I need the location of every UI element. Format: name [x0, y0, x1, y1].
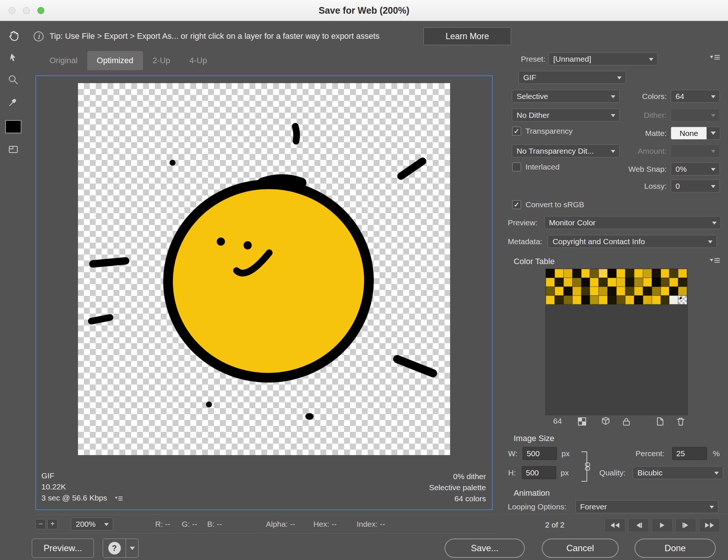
- default-browser-button[interactable]: ?: [103, 539, 126, 557]
- new-color-icon[interactable]: [655, 417, 665, 426]
- panel-menu-icon[interactable]: [710, 54, 720, 61]
- hand-tool-icon[interactable]: [7, 29, 20, 42]
- close-window-button[interactable]: [8, 7, 16, 14]
- color-swatch-23[interactable]: [599, 278, 608, 287]
- tab-optimized[interactable]: Optimized: [87, 51, 143, 70]
- color-swatch-31[interactable]: [669, 278, 678, 287]
- color-swatch-3[interactable]: [564, 269, 572, 278]
- matte-select[interactable]: None: [671, 127, 720, 140]
- lock-color-icon[interactable]: [622, 417, 631, 426]
- color-swatch-19[interactable]: [564, 278, 572, 287]
- color-swatch-12[interactable]: [643, 269, 652, 278]
- image-canvas[interactable]: [78, 83, 450, 455]
- transparency-dither-select[interactable]: No Transparency Dit...: [512, 144, 620, 157]
- color-swatch-15[interactable]: [669, 269, 678, 278]
- tab-2-up[interactable]: 2-Up: [143, 51, 180, 70]
- status-menu-icon[interactable]: [115, 493, 123, 504]
- color-swatch-50[interactable]: [555, 296, 564, 304]
- learn-more-button[interactable]: Learn More: [423, 27, 511, 45]
- color-swatch-57[interactable]: [616, 296, 625, 304]
- color-swatch-13[interactable]: [652, 269, 661, 278]
- zoom-tool-icon[interactable]: [7, 74, 20, 86]
- lossy-select[interactable]: 0: [671, 180, 720, 192]
- color-swatch-58[interactable]: [625, 296, 634, 304]
- color-swatch-64[interactable]: [678, 296, 687, 304]
- play-button[interactable]: [652, 518, 673, 532]
- color-swatch-35[interactable]: [564, 287, 572, 296]
- width-input[interactable]: [523, 447, 557, 460]
- minimize-window-button[interactable]: [23, 7, 30, 14]
- color-swatch-44[interactable]: [643, 287, 652, 296]
- color-swatch-48[interactable]: [678, 287, 687, 296]
- color-swatch-56[interactable]: [608, 296, 616, 304]
- percent-input[interactable]: [672, 447, 707, 460]
- slice-select-tool-icon[interactable]: [7, 51, 20, 64]
- color-swatch-47[interactable]: [669, 287, 678, 296]
- zoom-level-select[interactable]: 200%: [71, 518, 113, 530]
- first-frame-button[interactable]: [605, 518, 625, 532]
- zoom-out-button[interactable]: −: [35, 519, 46, 529]
- color-swatch-61[interactable]: [652, 296, 661, 304]
- color-swatch-37[interactable]: [581, 287, 590, 296]
- previous-frame-button[interactable]: [628, 518, 649, 532]
- color-swatch-20[interactable]: [572, 278, 581, 287]
- color-swatch-10[interactable]: [625, 269, 634, 278]
- color-swatch-7[interactable]: [599, 269, 608, 278]
- color-swatch-2[interactable]: [555, 269, 564, 278]
- color-swatch-32[interactable]: [678, 278, 687, 287]
- format-select[interactable]: GIF: [518, 71, 626, 84]
- map-transparency-icon[interactable]: [577, 417, 587, 426]
- height-input[interactable]: [522, 466, 556, 479]
- color-swatch-22[interactable]: [590, 278, 599, 287]
- convert-srgb-checkbox[interactable]: [512, 200, 521, 209]
- color-swatch-52[interactable]: [572, 296, 581, 304]
- tab-4-up[interactable]: 4-Up: [180, 51, 217, 70]
- color-swatch-33[interactable]: [546, 287, 555, 296]
- last-frame-button[interactable]: [699, 518, 720, 532]
- optimized-preview-pane[interactable]: GIF 10.22K 3 sec @ 56.6 Kbps: [35, 75, 493, 510]
- preview-in-browser-button[interactable]: Preview...: [32, 539, 94, 558]
- color-swatch-26[interactable]: [625, 278, 634, 287]
- tab-original[interactable]: Original: [40, 51, 87, 70]
- color-swatch-21[interactable]: [581, 278, 590, 287]
- color-swatch-55[interactable]: [599, 296, 608, 304]
- color-swatch-51[interactable]: [564, 296, 572, 304]
- color-swatch-63[interactable]: [669, 296, 678, 304]
- delete-color-icon[interactable]: [676, 417, 686, 426]
- color-swatch-40[interactable]: [608, 287, 616, 296]
- color-reduction-select[interactable]: Selective: [512, 90, 620, 103]
- colors-select[interactable]: 64: [671, 90, 720, 103]
- color-swatch-43[interactable]: [634, 287, 643, 296]
- toggle-slices-visibility-icon[interactable]: [7, 143, 20, 156]
- color-swatch-5[interactable]: [581, 269, 590, 278]
- color-swatch-41[interactable]: [616, 287, 625, 296]
- color-swatch-27[interactable]: [634, 278, 643, 287]
- zoom-in-button[interactable]: +: [47, 519, 58, 529]
- color-swatch-60[interactable]: [643, 296, 652, 304]
- color-swatch-8[interactable]: [608, 269, 616, 278]
- foreground-color-swatch[interactable]: [5, 120, 21, 133]
- color-swatch-46[interactable]: [661, 287, 670, 296]
- color-swatch-34[interactable]: [555, 287, 564, 296]
- transparency-checkbox[interactable]: [512, 127, 521, 136]
- color-swatch-59[interactable]: [634, 296, 643, 304]
- color-swatch-28[interactable]: [643, 278, 652, 287]
- color-swatch-17[interactable]: [546, 278, 555, 287]
- metadata-select[interactable]: Copyright and Contact Info: [548, 235, 717, 248]
- color-swatch-30[interactable]: [661, 278, 670, 287]
- color-swatch-36[interactable]: [572, 287, 581, 296]
- color-table-menu-icon[interactable]: [710, 257, 720, 264]
- zoom-window-button[interactable]: [37, 7, 44, 14]
- color-swatch-24[interactable]: [608, 278, 616, 287]
- color-swatch-29[interactable]: [652, 278, 661, 287]
- color-swatch-4[interactable]: [572, 269, 581, 278]
- interlaced-checkbox[interactable]: [512, 163, 521, 171]
- color-swatch-18[interactable]: [555, 278, 564, 287]
- color-swatch-16[interactable]: [678, 269, 687, 278]
- color-swatch-42[interactable]: [625, 287, 634, 296]
- color-swatch-54[interactable]: [590, 296, 599, 304]
- color-swatch-53[interactable]: [581, 296, 590, 304]
- color-swatch-49[interactable]: [546, 296, 555, 304]
- color-swatch-11[interactable]: [634, 269, 643, 278]
- color-swatch-14[interactable]: [661, 269, 670, 278]
